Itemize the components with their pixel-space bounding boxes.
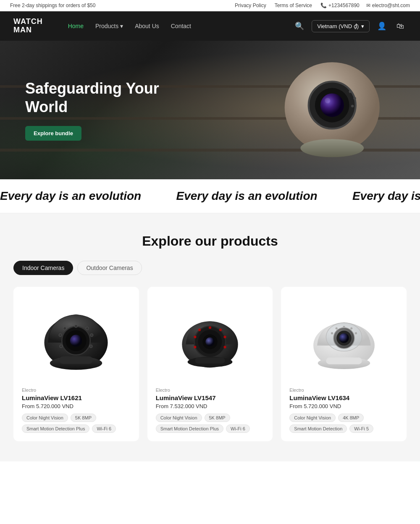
explore-bundle-button[interactable]: Explore bundle: [25, 126, 81, 141]
svg-point-19: [89, 345, 92, 348]
logo-line2: MAN: [13, 26, 43, 34]
product-name-lv1621: LuminaView LV1621: [22, 394, 131, 401]
user-icon[interactable]: 👤: [375, 19, 389, 33]
svg-point-42: [335, 327, 337, 329]
dome-camera-white-svg: [306, 305, 382, 372]
product-name-lv1547: LuminaView LV1547: [156, 394, 265, 401]
product-tags-lv1547: Color Night Vision 5K 8MP Smart Motion D…: [156, 414, 265, 433]
product-brand-lv1634: Electro: [289, 388, 398, 393]
svg-rect-35: [195, 357, 225, 363]
svg-point-45: [354, 332, 357, 334]
product-price-lv1634: From 5.720.000 VND: [289, 403, 398, 409]
contact-info: 📞 +1234567890 ✉ electro@sht.com: [320, 3, 410, 8]
tab-outdoor-cameras[interactable]: Outdoor Cameras: [77, 261, 142, 275]
hero-section: Safeguarding Your World Explore bundle: [0, 41, 420, 179]
hero-title: Safeguarding Your World: [25, 79, 176, 115]
products-section: Explore our products Indoor Cameras Outd…: [0, 213, 420, 461]
phone-icon: 📞: [320, 3, 327, 8]
product-name-lv1634: LuminaView LV1634: [289, 394, 398, 401]
terms-link[interactable]: Terms of Service: [275, 3, 312, 8]
svg-point-40: [339, 333, 349, 343]
svg-point-4: [325, 98, 331, 103]
svg-point-7: [351, 105, 354, 107]
svg-point-6: [353, 97, 356, 100]
product-image-lv1621: [22, 297, 131, 381]
svg-point-31: [223, 335, 226, 338]
tag-color-night-vision: Color Night Vision: [289, 414, 336, 422]
product-price-lv1621: From 5.720.000 VND: [22, 403, 131, 409]
product-brand-lv1621: Electro: [22, 388, 131, 393]
tag-wifi6: Wi-Fi 6: [226, 424, 250, 433]
email-info: ✉ electro@sht.com: [366, 3, 410, 8]
chevron-down-icon: ▾: [361, 23, 364, 29]
svg-point-15: [75, 325, 78, 328]
svg-point-32: [194, 346, 196, 348]
tag-wifi5: Wi-Fi 5: [349, 424, 373, 433]
top-bar: Free 2-day shippings for orders of $50 P…: [0, 0, 420, 11]
svg-rect-47: [326, 357, 362, 364]
camera-svg: [269, 55, 386, 168]
currency-selector[interactable]: Vietnam (VND ₫) ▾: [312, 20, 370, 32]
svg-point-3: [320, 93, 344, 117]
tag-smart-motion-plus: Smart Motion Detection Plus: [156, 424, 223, 433]
svg-rect-21: [59, 356, 93, 364]
product-card-lv1634[interactable]: Electro LuminaView LV1634 From 5.720.000…: [281, 287, 407, 441]
svg-point-28: [198, 329, 201, 331]
product-image-lv1634: [289, 297, 398, 381]
search-button[interactable]: 🔍: [292, 19, 307, 33]
currency-label: Vietnam (VND ₫): [317, 23, 359, 29]
navbar: WATCH MAN Home Products ▾ About Us Conta…: [0, 11, 420, 41]
svg-point-5: [349, 90, 352, 93]
turret-camera-svg: [172, 305, 248, 372]
email-icon: ✉: [366, 3, 370, 8]
cart-icon[interactable]: 🛍: [394, 19, 407, 33]
marquee-item: Every day is an evolution: [352, 189, 420, 203]
svg-point-26: [205, 337, 214, 346]
nav-contact[interactable]: Contact: [166, 19, 196, 33]
tag-5k-8mp: 5K 8MP: [205, 414, 230, 422]
product-price-lv1547: From 7.532.000 VND: [156, 403, 265, 409]
svg-point-13: [59, 334, 62, 337]
tag-5k-8mp: 5K 8MP: [71, 414, 96, 422]
product-card-lv1621[interactable]: Electro LuminaView LV1621 From 5.720.000…: [13, 287, 139, 441]
svg-point-30: [219, 329, 222, 331]
tag-color-night-vision: Color Night Vision: [156, 414, 202, 422]
nav-home[interactable]: Home: [63, 19, 89, 33]
hero-camera-illustration: [269, 55, 386, 165]
dome-camera-black-svg: [38, 305, 114, 372]
product-image-lv1547: [156, 297, 265, 381]
product-tags-lv1621: Color Night Vision 5K 8MP Smart Motion D…: [22, 414, 131, 433]
tag-wifi6: Wi-Fi 6: [92, 424, 116, 433]
svg-point-41: [331, 332, 333, 334]
tag-smart-motion: Smart Motion Detection Plus: [22, 424, 89, 433]
privacy-link[interactable]: Privacy Policy: [235, 3, 266, 8]
marquee-item: Every day is an evolution: [0, 189, 176, 203]
shipping-notice: Free 2-day shippings for orders of $50: [10, 3, 95, 8]
svg-point-12: [70, 335, 82, 346]
product-card-lv1547[interactable]: Electro LuminaView LV1547 From 7.532.000…: [147, 287, 273, 441]
category-tabs: Indoor Cameras Outdoor Cameras: [13, 261, 407, 275]
products-title: Explore our products: [13, 233, 407, 249]
tab-indoor-cameras[interactable]: Indoor Cameras: [13, 261, 73, 275]
marquee-section: Every day is an evolution Every day is a…: [0, 179, 420, 213]
hero-content: Safeguarding Your World Explore bundle: [0, 79, 202, 140]
nav-products[interactable]: Products ▾: [90, 19, 128, 33]
product-brand-lv1547: Electro: [156, 388, 265, 393]
svg-point-14: [63, 327, 66, 330]
marquee-track: Every day is an evolution Every day is a…: [0, 189, 420, 203]
phone-number: +1234567890: [328, 3, 360, 8]
product-grid: Electro LuminaView LV1621 From 5.720.000…: [13, 287, 407, 441]
top-bar-right: Privacy Policy Terms of Service 📞 +12345…: [235, 3, 410, 8]
tag-4k-8mp: 4K 8MP: [338, 414, 364, 422]
svg-point-33: [223, 346, 226, 348]
svg-point-17: [90, 334, 93, 337]
logo[interactable]: WATCH MAN: [13, 18, 43, 34]
nav-about[interactable]: About Us: [130, 19, 164, 33]
svg-point-18: [60, 345, 63, 348]
tag-smart-motion: Smart Motion Detection: [289, 424, 347, 433]
nav-links: Home Products ▾ About Us Contact: [63, 19, 279, 33]
svg-point-16: [86, 327, 89, 330]
marquee-item: Every day is an evolution: [176, 189, 352, 203]
svg-point-27: [194, 335, 196, 338]
svg-point-43: [343, 326, 345, 328]
